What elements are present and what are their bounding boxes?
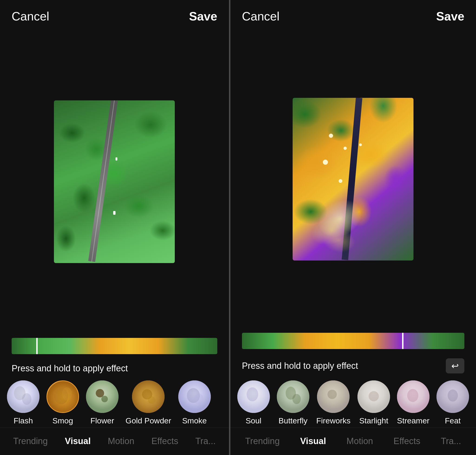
right-header: Cancel Save	[230, 0, 476, 30]
right-effect-soul[interactable]: Soul	[237, 380, 270, 425]
svg-point-14	[194, 393, 203, 405]
undo-icon: ↩	[451, 361, 459, 371]
right-nav-tra[interactable]: Tra...	[436, 434, 466, 448]
right-effect-feat-thumb	[436, 380, 469, 413]
left-photo	[54, 100, 175, 263]
left-effect-flash-thumb	[7, 380, 40, 413]
right-effect-streamer-thumb	[397, 380, 429, 413]
sparkle-2	[344, 147, 347, 150]
right-instructions-text: Press and hold to apply effect	[242, 361, 358, 371]
left-effect-smoke-thumb	[178, 380, 211, 413]
right-nav-motion[interactable]: Motion	[342, 434, 378, 448]
left-effect-goldpowder-thumb	[132, 380, 164, 413]
right-effect-starlight[interactable]: Starlight	[357, 380, 390, 425]
right-effect-butterfly[interactable]: Butterfly	[277, 380, 309, 425]
left-save-button[interactable]: Save	[189, 9, 217, 23]
left-bottom-nav: Trending Visual Motion Effects Tra...	[0, 428, 229, 455]
left-instructions: Press and hold to apply effect	[0, 359, 229, 376]
right-effect-starlight-label: Starlight	[359, 416, 388, 425]
left-effect-smog[interactable]: Smog	[47, 380, 79, 425]
left-nav-trending[interactable]: Trending	[8, 434, 53, 448]
left-effect-smoke-label: Smoke	[182, 416, 207, 425]
left-car-2	[115, 157, 117, 161]
right-instructions: Press and hold to apply effect ↩	[230, 354, 476, 376]
right-nav-effects[interactable]: Effects	[389, 434, 425, 448]
svg-point-7	[96, 389, 104, 397]
right-effect-butterfly-thumb	[277, 380, 309, 413]
left-instructions-text: Press and hold to apply effect	[12, 364, 128, 374]
right-photo	[293, 98, 413, 260]
right-effect-feat-label: Feat	[445, 416, 461, 425]
right-nav-visual[interactable]: Visual	[295, 434, 330, 448]
left-effect-flower-label: Flower	[90, 416, 114, 425]
right-filmstrip[interactable]	[242, 333, 464, 349]
left-image-container	[0, 30, 229, 333]
left-effect-goldpowder[interactable]: Gold Powder	[125, 380, 171, 425]
left-scrubber[interactable]	[36, 338, 38, 354]
right-nav-trending[interactable]: Trending	[241, 434, 285, 448]
right-effect-streamer-label: Streamer	[397, 416, 429, 425]
sparkle-4	[339, 179, 342, 183]
left-nav-motion[interactable]: Motion	[103, 434, 139, 448]
left-nav-effects[interactable]: Effects	[147, 434, 183, 448]
left-filmstrip-container	[0, 333, 229, 359]
left-nav-tra[interactable]: Tra...	[191, 434, 220, 448]
right-effects-row: Soul Butterfly	[230, 376, 476, 428]
left-effect-flash-label: Flash	[14, 416, 33, 425]
left-cancel-button[interactable]: Cancel	[12, 9, 49, 23]
right-panel: Cancel Save Press and hold to apply effe…	[230, 0, 476, 455]
right-scrubber[interactable]	[402, 333, 403, 349]
right-cancel-button[interactable]: Cancel	[242, 9, 279, 23]
left-filmstrip[interactable]	[12, 338, 217, 354]
right-filmstrip-container	[230, 328, 476, 354]
svg-point-8	[101, 396, 108, 402]
left-effect-smoke[interactable]: Smoke	[178, 380, 211, 425]
left-effect-smog-thumb	[47, 380, 79, 413]
left-car-1	[113, 211, 115, 215]
right-effect-soul-thumb	[237, 380, 270, 413]
left-effect-goldpowder-label: Gold Powder	[125, 416, 171, 425]
left-effect-flash[interactable]: Flash	[7, 380, 40, 425]
right-effect-soul-label: Soul	[246, 416, 262, 425]
right-effect-streamer[interactable]: Streamer	[397, 380, 429, 425]
svg-point-5	[62, 387, 72, 400]
right-effect-fireworks-label: Fireworks	[316, 416, 351, 425]
right-effect-fireworks[interactable]: Fireworks	[316, 380, 351, 425]
left-nav-visual[interactable]: Visual	[60, 434, 95, 448]
left-effect-flower-thumb	[86, 380, 119, 413]
left-panel: Cancel Save Press and hold to apply effe…	[0, 0, 230, 455]
left-effect-flower[interactable]: Flower	[86, 380, 119, 425]
right-effect-feat[interactable]: Feat	[436, 380, 469, 425]
svg-point-19	[292, 394, 301, 404]
svg-point-23	[369, 391, 379, 401]
left-effects-row: Flash Smog	[0, 376, 229, 428]
left-effect-smog-label: Smog	[53, 416, 73, 425]
svg-point-25	[407, 389, 418, 402]
svg-point-2	[22, 393, 31, 405]
right-effect-butterfly-label: Butterfly	[279, 416, 307, 425]
svg-point-27	[448, 390, 458, 402]
svg-point-11	[148, 397, 156, 404]
svg-point-6	[86, 380, 119, 413]
svg-point-21	[328, 390, 337, 399]
right-effect-fireworks-thumb	[317, 380, 350, 413]
left-header: Cancel Save	[0, 0, 229, 30]
right-bottom-nav: Trending Visual Motion Effects Tra...	[230, 428, 476, 455]
right-image-container	[230, 30, 476, 328]
svg-point-16	[246, 387, 258, 401]
right-save-button[interactable]: Save	[436, 9, 464, 23]
right-effect-starlight-thumb	[357, 380, 390, 413]
right-undo-button[interactable]: ↩	[446, 358, 464, 374]
